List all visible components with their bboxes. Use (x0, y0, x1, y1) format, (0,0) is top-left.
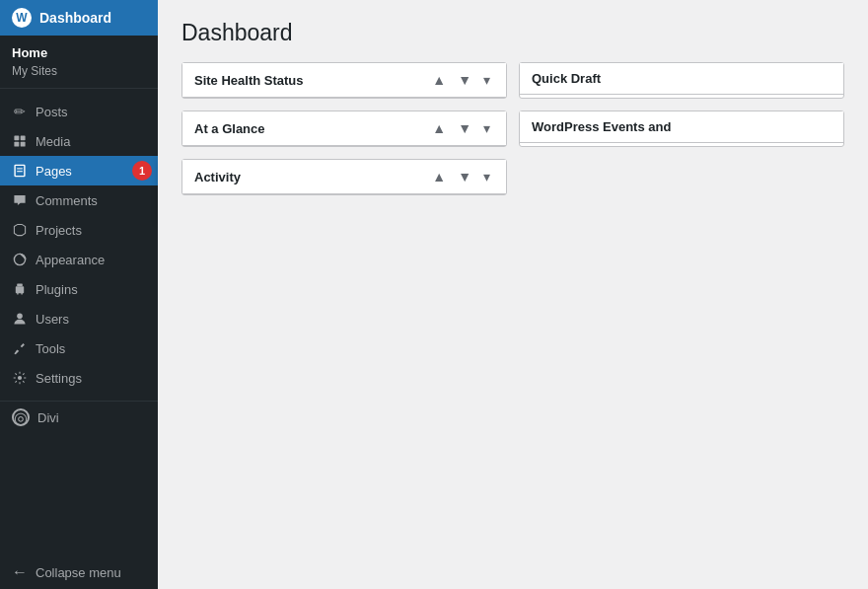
widget-at-a-glance: At a Glance ▲ ▼ ▾ (181, 110, 507, 147)
widget-wp-events-header[interactable]: WordPress Events and (520, 111, 843, 143)
widget-collapse-up-btn[interactable]: ▲ (428, 168, 450, 185)
sidebar-item-users[interactable]: Users (0, 304, 158, 333)
sidebar-bottom: ← Collapse menu (0, 555, 158, 589)
widget-collapse-down-btn[interactable]: ▼ (454, 119, 475, 137)
sidebar-item-label: Plugins (36, 282, 78, 297)
divi-icon: ◎ (12, 408, 30, 426)
plugins-icon (12, 281, 28, 297)
settings-icon (12, 370, 28, 386)
widget-site-health-header[interactable]: Site Health Status ▲ ▼ ▾ (182, 63, 506, 98)
sidebar-item-label: Pages (36, 164, 72, 179)
pages-item-wrapper: Pages 1 All Pages Add New 2 (0, 156, 158, 185)
widget-at-a-glance-controls: ▲ ▼ ▾ (428, 119, 494, 137)
posts-icon: ✏ (12, 104, 28, 119)
sidebar-item-label: Posts (36, 105, 68, 119)
widget-menu-btn[interactable]: ▾ (479, 119, 494, 137)
collapse-label: Collapse menu (36, 565, 121, 580)
widget-activity: Activity ▲ ▼ ▾ (181, 159, 507, 195)
widget-collapse-down-btn[interactable]: ▼ (454, 168, 475, 185)
sidebar-nav: ✏ Posts Media (0, 93, 158, 397)
appearance-icon (12, 252, 28, 267)
svg-rect-9 (16, 286, 24, 293)
home-section: Home My Sites (0, 36, 158, 89)
svg-rect-1 (21, 135, 26, 140)
widget-quick-draft-header[interactable]: Quick Draft (520, 63, 843, 95)
widget-collapse-up-btn[interactable]: ▲ (428, 119, 450, 137)
widget-quick-draft: Quick Draft (519, 62, 844, 99)
divi-section: ◎ Divi (0, 401, 158, 433)
widget-at-a-glance-title: At a Glance (194, 121, 265, 136)
widget-site-health: Site Health Status ▲ ▼ ▾ (181, 62, 507, 99)
svg-rect-4 (15, 165, 25, 176)
widget-collapse-up-btn[interactable]: ▲ (428, 71, 450, 89)
widget-activity-controls: ▲ ▼ ▾ (428, 168, 494, 185)
my-sites-link[interactable]: My Sites (12, 62, 146, 80)
svg-rect-2 (14, 142, 19, 147)
users-icon (12, 311, 28, 327)
sidebar-logo[interactable]: W Dashboard (0, 0, 158, 36)
sidebar-item-tools[interactable]: Tools (0, 333, 158, 363)
projects-icon (12, 222, 28, 238)
comments-icon (12, 192, 28, 208)
sidebar-item-label: Appearance (36, 253, 105, 267)
sidebar-item-label: Tools (36, 341, 65, 356)
sidebar-item-settings[interactable]: Settings (0, 363, 158, 393)
media-icon (12, 133, 28, 149)
sidebar-item-posts[interactable]: ✏ Posts (0, 97, 158, 126)
collapse-icon: ← (12, 563, 28, 581)
main-content: Dashboard Site Health Status ▲ ▼ ▾ Quick… (158, 0, 868, 589)
home-link[interactable]: Home (12, 43, 146, 62)
widget-wp-events-title: WordPress Events and (532, 119, 671, 134)
sidebar-item-plugins[interactable]: Plugins (0, 274, 158, 304)
page-title: Dashboard (181, 20, 844, 46)
pages-badge: 1 (132, 161, 152, 181)
svg-rect-3 (21, 142, 26, 147)
sidebar-item-divi[interactable]: ◎ Divi (0, 402, 158, 433)
sidebar-item-comments[interactable]: Comments (0, 185, 158, 215)
sidebar-item-pages[interactable]: Pages 1 (0, 156, 158, 185)
sidebar-item-label: Users (36, 312, 69, 327)
sidebar: W Dashboard Home My Sites ✏ Posts Media (0, 0, 158, 589)
sidebar-item-label: Comments (36, 193, 98, 208)
svg-rect-0 (14, 135, 19, 140)
collapse-menu-button[interactable]: ← Collapse menu (0, 555, 158, 589)
widget-site-health-title: Site Health Status (194, 73, 304, 88)
widget-menu-btn[interactable]: ▾ (479, 168, 494, 185)
svg-point-12 (17, 313, 23, 319)
sidebar-item-label: Settings (36, 371, 82, 386)
svg-rect-8 (17, 283, 23, 286)
sidebar-item-projects[interactable]: Projects (0, 215, 158, 245)
sidebar-item-label: Media (36, 134, 70, 149)
widget-menu-btn[interactable]: ▾ (479, 71, 494, 89)
sidebar-item-label: Projects (36, 223, 82, 238)
widget-site-health-controls: ▲ ▼ ▾ (428, 71, 494, 89)
sidebar-item-appearance[interactable]: Appearance (0, 245, 158, 274)
sidebar-item-media[interactable]: Media (0, 126, 158, 156)
sidebar-item-label: Divi (37, 410, 59, 425)
widgets-grid: Site Health Status ▲ ▼ ▾ Quick Draft At … (181, 62, 844, 195)
widget-activity-title: Activity (194, 170, 241, 184)
widget-activity-header[interactable]: Activity ▲ ▼ ▾ (182, 160, 506, 194)
widget-collapse-down-btn[interactable]: ▼ (454, 71, 475, 89)
wp-logo-icon: W (12, 8, 32, 28)
tools-icon (12, 340, 28, 356)
widget-wp-events: WordPress Events and (519, 110, 844, 147)
svg-point-13 (18, 376, 22, 380)
pages-icon (12, 163, 28, 179)
sidebar-logo-title: Dashboard (39, 10, 111, 26)
widget-quick-draft-title: Quick Draft (532, 71, 601, 86)
widget-at-a-glance-header[interactable]: At a Glance ▲ ▼ ▾ (182, 111, 506, 146)
